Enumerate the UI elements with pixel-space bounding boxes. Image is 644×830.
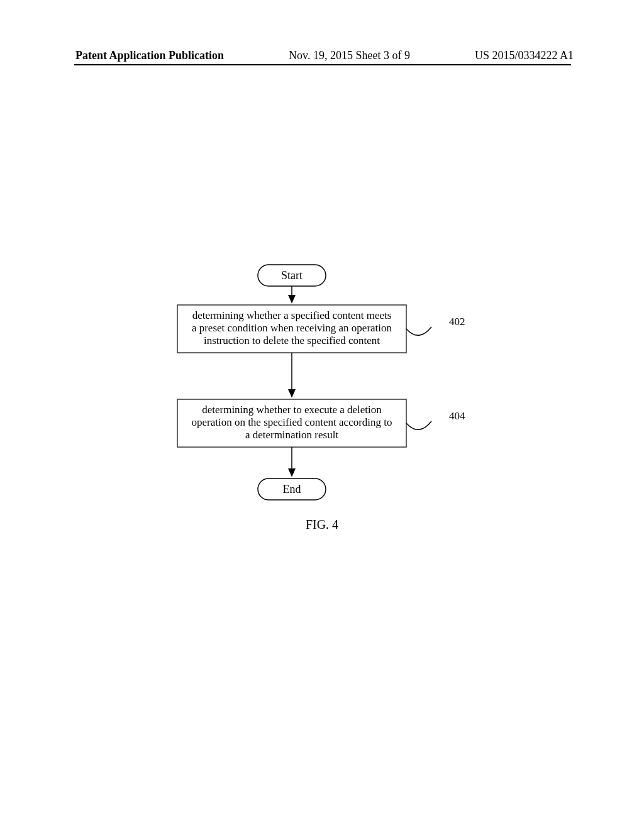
figure-caption: FIG. 4 — [0, 517, 644, 532]
header-publication-number: US 2015/0334222 A1 — [475, 49, 574, 62]
flowchart-start-text: Start — [281, 269, 303, 282]
flowchart-step-2-line3: a determination result — [245, 429, 339, 441]
flowchart-svg: Start determining whether a specified co… — [102, 261, 542, 525]
page-header: Patent Application Publication Nov. 19, … — [0, 49, 644, 62]
flowchart-step-1-ref: 402 — [449, 316, 465, 328]
flowchart-step-2-connector — [406, 421, 431, 429]
flowchart-step-2-line2: operation on the specified content accor… — [191, 416, 392, 428]
header-publication-type: Patent Application Publication — [75, 49, 224, 62]
flowchart-step-2-line1: determining whether to execute a deletio… — [202, 404, 382, 416]
flowchart-step-1-line3: instruction to delete the specified cont… — [204, 335, 380, 346]
header-divider — [74, 64, 571, 65]
header-date-sheet: Nov. 19, 2015 Sheet 3 of 9 — [289, 49, 410, 62]
flowchart-step-1-line2: a preset condition when receiving an ope… — [192, 322, 392, 334]
flowchart-end-text: End — [283, 483, 301, 495]
flowchart-step-1-connector — [406, 327, 431, 335]
flowchart-step-1-line1: determining whether a specified content … — [192, 309, 392, 321]
flowchart-diagram: Start determining whether a specified co… — [0, 261, 644, 538]
flowchart-step-2-ref: 404 — [449, 410, 465, 422]
